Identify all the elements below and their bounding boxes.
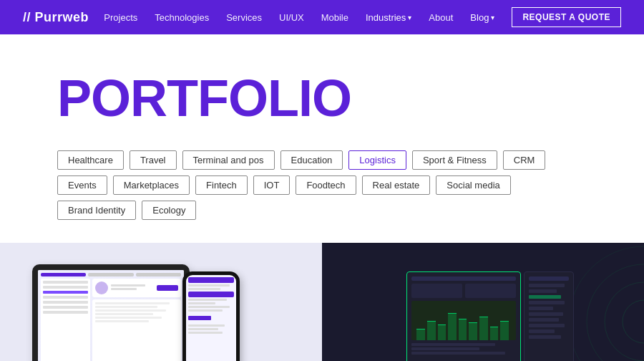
nav-item-projects[interactable]: Projects xyxy=(104,12,137,23)
nav-item-blog[interactable]: Blog ▾ xyxy=(470,12,494,23)
filter-healthcare[interactable]: Healthcare xyxy=(57,150,124,170)
filter-events[interactable]: Events xyxy=(57,175,107,195)
chevron-down-icon: ▾ xyxy=(408,14,411,21)
portfolio-grid: Healthcare My Therapy Assistant xyxy=(0,243,644,361)
main-dark-panel xyxy=(406,271,521,361)
request-quote-button[interactable]: REQUEST A QUOTE xyxy=(512,7,621,27)
card-label-area-1: Healthcare My Therapy Assistant xyxy=(0,358,322,361)
portfolio-card-2[interactable]: Taser control app Shockers xyxy=(322,243,644,361)
filter-iot[interactable]: IOT xyxy=(253,175,291,195)
nav-item-mobile[interactable]: Mobile xyxy=(321,12,348,23)
nav-item-uiux[interactable]: UI/UX xyxy=(279,12,304,23)
svg-point-0 xyxy=(623,300,644,343)
filter-ecology[interactable]: Ecology xyxy=(142,201,196,220)
filter-foodtech[interactable]: Foodtech xyxy=(296,175,356,195)
svg-point-2 xyxy=(587,264,644,361)
filter-travel[interactable]: Travel xyxy=(130,150,177,170)
nav-item-industries[interactable]: Industries ▾ xyxy=(366,12,411,23)
circle-rings xyxy=(565,243,644,361)
card-image-1 xyxy=(0,243,322,361)
nav-item-technologies[interactable]: Technologies xyxy=(155,12,209,23)
page-title: PORTFOLIO xyxy=(57,69,587,127)
filter-social-media[interactable]: Social media xyxy=(436,175,510,195)
filter-sport[interactable]: Sport & Fitness xyxy=(412,150,497,170)
nav-item-about[interactable]: About xyxy=(429,12,453,23)
nav-item-services[interactable]: Services xyxy=(226,12,262,23)
filter-fintech[interactable]: Fintech xyxy=(195,175,248,195)
logo[interactable]: // Purrweb xyxy=(23,10,89,25)
side-dark-panel xyxy=(524,271,574,361)
svg-point-1 xyxy=(605,282,644,361)
card-image-2 xyxy=(322,243,644,361)
filter-brand-identity[interactable]: Brand Identity xyxy=(57,201,136,220)
filter-education[interactable]: Education xyxy=(280,150,343,170)
tablet-mockup xyxy=(32,264,190,361)
filter-logistics[interactable]: Logistics xyxy=(348,150,406,170)
header: // Purrweb Projects Technologies Service… xyxy=(0,0,644,34)
chevron-down-icon: ▾ xyxy=(491,14,494,21)
phone-mockup xyxy=(182,271,240,361)
nav: Projects Technologies Services UI/UX Mob… xyxy=(104,7,621,27)
portfolio-card-1[interactable]: Healthcare My Therapy Assistant xyxy=(0,243,322,361)
mockup-container xyxy=(25,257,240,361)
filter-terminal[interactable]: Terminal and pos xyxy=(182,150,275,170)
filter-crm[interactable]: CRM xyxy=(503,150,546,170)
filter-marketplaces[interactable]: Marketplaces xyxy=(113,175,190,195)
main-content: PORTFOLIO Healthcare Travel Terminal and… xyxy=(0,34,644,220)
dark-ui-mockup xyxy=(406,271,574,361)
filter-tags: Healthcare Travel Terminal and pos Educa… xyxy=(57,150,587,220)
filter-real-estate[interactable]: Real estate xyxy=(362,175,431,195)
